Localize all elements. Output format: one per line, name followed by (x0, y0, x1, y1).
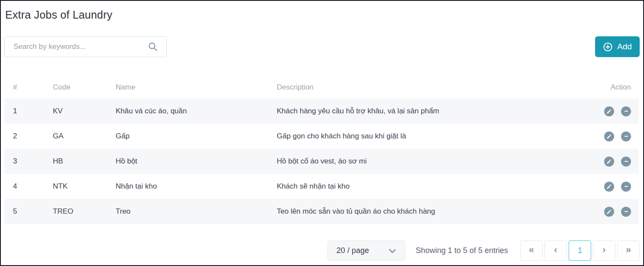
row-name: Khâu vá cúc áo, quần (116, 107, 277, 115)
page-size-value: 20 / page (337, 246, 369, 255)
remove-button[interactable] (621, 157, 631, 167)
row-actions (579, 157, 631, 167)
remove-button[interactable] (621, 207, 631, 217)
page-title: Extra Jobs of Laundry (5, 9, 643, 21)
row-index: 4 (13, 182, 53, 191)
row-actions (579, 182, 631, 192)
row-code: NTK (53, 182, 116, 191)
col-header-code: Code (53, 83, 116, 92)
search-input[interactable] (4, 36, 167, 57)
row-code: HB (53, 157, 116, 166)
toolbar: Add (4, 36, 640, 57)
app-window: Extra Jobs of Laundry Add (0, 0, 644, 266)
edit-button[interactable] (604, 131, 614, 141)
row-name: Gấp (116, 132, 277, 141)
edit-button[interactable] (604, 106, 614, 116)
row-name: Nhận tại kho (116, 182, 277, 191)
edit-button[interactable] (604, 157, 614, 167)
col-header-index: # (13, 83, 53, 92)
row-name: Hồ bột (116, 157, 277, 166)
minus-circle-icon (623, 183, 629, 189)
last-page-button[interactable]: » (617, 240, 640, 261)
plus-circle-icon (603, 42, 613, 52)
row-actions (579, 106, 631, 116)
row-actions (579, 207, 631, 217)
edit-button[interactable] (604, 207, 614, 217)
table-row: 1 KV Khâu vá cúc áo, quần Khách hàng yêu… (4, 99, 639, 124)
table-row: 2 GA Gấp Gấp gọn cho khách hàng sau khi … (4, 124, 639, 149)
remove-button[interactable] (621, 182, 631, 192)
pencil-icon (606, 184, 612, 189)
col-header-description: Description (277, 83, 579, 92)
table-body: 1 KV Khâu vá cúc áo, quần Khách hàng yêu… (4, 99, 639, 224)
row-index: 2 (13, 132, 53, 141)
remove-button[interactable] (621, 106, 631, 116)
row-description: Gấp gọn cho khách hàng sau khi giặt là (277, 132, 579, 141)
first-page-button[interactable]: « (520, 240, 543, 261)
table-row: 3 HB Hồ bột Hồ bột cổ áo vest, áo sơ mi (4, 149, 639, 174)
table-row: 4 NTK Nhận tại kho Khách sẽ nhận tại kho (4, 174, 639, 199)
row-description: Khách sẽ nhận tại kho (277, 182, 579, 191)
table-header: # Code Name Description Action (4, 76, 639, 99)
chevron-down-icon (388, 246, 397, 256)
col-header-action: Action (579, 83, 631, 92)
pencil-icon (606, 134, 612, 139)
row-description: Khách hàng yêu cầu hỗ trợ khâu, vá lại s… (277, 107, 579, 115)
minus-circle-icon (623, 208, 629, 215)
minus-circle-icon (623, 158, 629, 164)
extra-jobs-table: # Code Name Description Action 1 KV Khâu… (4, 76, 639, 224)
row-description: Hồ bột cổ áo vest, áo sơ mi (277, 157, 579, 166)
pencil-icon (606, 209, 612, 215)
row-code: TREO (53, 207, 116, 216)
col-header-name: Name (116, 83, 277, 92)
pager: « ‹ 1 › » (520, 240, 640, 261)
page-size-select[interactable]: 20 / page (327, 240, 405, 261)
add-button-label: Add (617, 42, 632, 51)
pencil-icon (606, 159, 612, 164)
edit-button[interactable] (604, 182, 614, 192)
prev-page-button[interactable]: ‹ (544, 240, 567, 261)
row-name: Treo (116, 207, 277, 216)
search-icon[interactable] (148, 42, 158, 52)
row-code: KV (53, 107, 116, 115)
current-page-button[interactable]: 1 (569, 240, 591, 261)
row-index: 3 (13, 157, 53, 166)
table-row: 5 TREO Treo Teo lên móc sẵn vào tủ quần … (4, 199, 639, 224)
pagination-bar: 20 / page Showing 1 to 5 of 5 entries « … (327, 240, 640, 261)
add-button[interactable]: Add (595, 36, 640, 57)
entries-summary: Showing 1 to 5 of 5 entries (416, 246, 508, 255)
row-code: GA (53, 132, 116, 141)
next-page-button[interactable]: › (593, 240, 615, 261)
row-actions (579, 131, 631, 141)
remove-button[interactable] (621, 131, 631, 141)
pencil-icon (606, 109, 612, 114)
row-index: 5 (13, 207, 53, 216)
minus-circle-icon (623, 108, 629, 114)
minus-circle-icon (623, 133, 629, 139)
row-index: 1 (13, 107, 53, 115)
row-description: Teo lên móc sẵn vào tủ quần áo cho khách… (277, 207, 579, 216)
search-box (4, 36, 167, 57)
